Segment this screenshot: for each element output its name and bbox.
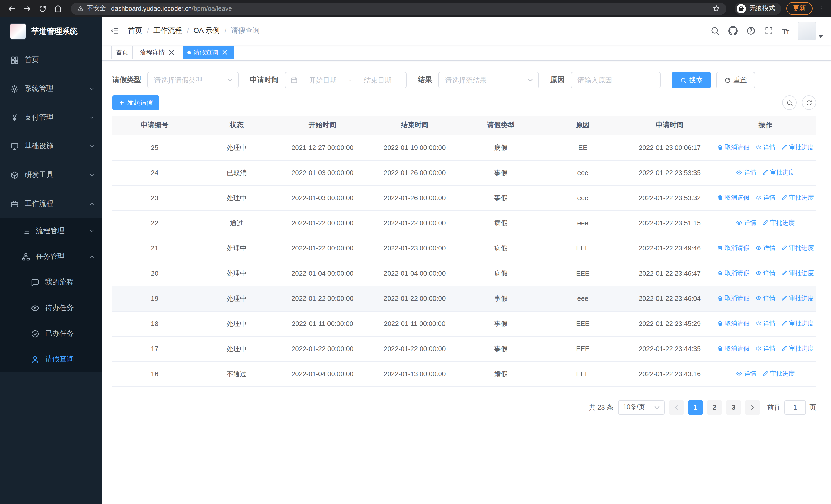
detail-link[interactable]: 详情 xyxy=(755,345,776,353)
cancel-leave-link[interactable]: 取消请假 xyxy=(717,143,749,152)
result-select[interactable] xyxy=(438,72,539,88)
prev-page-button[interactable] xyxy=(669,400,684,414)
detail-link[interactable]: 详情 xyxy=(755,244,776,253)
eye-icon xyxy=(736,371,742,377)
cell-start: 2022-01-04 00:00:00 xyxy=(277,361,369,386)
result-select-input[interactable] xyxy=(445,76,525,84)
detail-link[interactable]: 详情 xyxy=(755,143,776,152)
detail-link[interactable]: 详情 xyxy=(755,294,776,303)
approval-progress-link[interactable]: 审批进度 xyxy=(762,369,795,378)
fullscreen-icon[interactable] xyxy=(764,26,773,35)
search-icon[interactable] xyxy=(710,26,719,35)
sidebar-item-done-task[interactable]: 已办任务 xyxy=(0,321,102,347)
table-row: 20 处理中 2022-01-04 00:00:00 2022-01-04 00… xyxy=(112,261,816,286)
cell-type: 病假 xyxy=(461,261,541,286)
reason-input[interactable] xyxy=(577,76,654,84)
breadcrumb-home[interactable]: 首页 xyxy=(128,26,142,35)
infrastructure-icon xyxy=(10,142,19,151)
caret-down-icon xyxy=(819,35,823,38)
browser-toolbar: 不安全 dashboard.yudao.iocoder.cn /bpm/oa/l… xyxy=(0,0,831,17)
screen: 不安全 dashboard.yudao.iocoder.cn /bpm/oa/l… xyxy=(0,0,831,504)
update-chip[interactable]: 更新 xyxy=(786,2,812,15)
detail-link[interactable]: 详情 xyxy=(755,319,776,328)
search-button[interactable]: 搜索 xyxy=(672,72,711,88)
breadcrumb-workflow[interactable]: 工作流程 xyxy=(153,26,182,35)
detail-link[interactable]: 详情 xyxy=(736,168,756,177)
cancel-leave-link[interactable]: 取消请假 xyxy=(717,194,749,202)
refresh-table-button[interactable] xyxy=(802,95,816,110)
reset-button[interactable]: 重置 xyxy=(716,72,755,88)
github-icon[interactable] xyxy=(728,26,737,35)
user-menu[interactable] xyxy=(798,22,823,40)
approval-progress-link[interactable]: 审批进度 xyxy=(781,143,814,152)
sidebar-item-workflow[interactable]: 工作流程 xyxy=(0,189,102,218)
approval-progress-link[interactable]: 审批进度 xyxy=(781,294,814,303)
cancel-leave-link[interactable]: 取消请假 xyxy=(717,294,749,303)
page-button-3[interactable]: 3 xyxy=(726,400,741,414)
page-button-2[interactable]: 2 xyxy=(707,400,722,414)
sidebar-item-devtools[interactable]: 研发工具 xyxy=(0,161,102,189)
cell-id: 23 xyxy=(112,185,197,210)
detail-link[interactable]: 详情 xyxy=(736,219,756,227)
tab-process-detail[interactable]: 流程详情 xyxy=(136,46,180,59)
sidebar-item-my-process[interactable]: 我的流程 xyxy=(0,269,102,295)
cell-reason: EE xyxy=(541,135,625,160)
sidebar-item-process-management[interactable]: 流程管理 xyxy=(0,218,102,244)
close-icon[interactable] xyxy=(167,48,175,56)
sidebar-collapse-icon[interactable] xyxy=(110,27,119,35)
sidebar-item-todo-task[interactable]: 待办任务 xyxy=(0,295,102,321)
detail-link[interactable]: 详情 xyxy=(755,194,776,202)
pen-icon xyxy=(781,270,787,276)
apply-time-range-picker[interactable]: - xyxy=(285,72,406,88)
tab-leave-query[interactable]: 请假查询 xyxy=(183,46,233,59)
eye-icon xyxy=(755,270,762,276)
breadcrumb-oa-example[interactable]: OA 示例 xyxy=(194,26,220,35)
font-size-icon[interactable]: TT xyxy=(782,26,789,35)
sidebar-item-task-management[interactable]: 任务管理 xyxy=(0,244,102,269)
search-icon xyxy=(680,77,687,83)
cancel-leave-link[interactable]: 取消请假 xyxy=(717,345,749,353)
approval-progress-link[interactable]: 审批进度 xyxy=(762,168,795,177)
end-date-input[interactable] xyxy=(355,76,401,84)
browser-menu-icon[interactable] xyxy=(818,4,826,12)
bookmark-star-icon[interactable] xyxy=(712,5,720,12)
goto-page-input[interactable] xyxy=(784,400,806,414)
sidebar-item-infrastructure[interactable]: 基础设施 xyxy=(0,132,102,161)
tags-view-bar: 首页 流程详情 请假查询 xyxy=(102,45,831,61)
back-button[interactable] xyxy=(5,2,19,15)
page-button-1[interactable]: 1 xyxy=(688,400,703,414)
table-header-row: 申请编号 状态 开始时间 结束时间 请假类型 原因 申请时间 操作 xyxy=(112,116,816,135)
cell-id: 16 xyxy=(112,361,197,386)
approval-progress-link[interactable]: 审批进度 xyxy=(781,194,814,202)
approval-progress-link[interactable]: 审批进度 xyxy=(781,244,814,253)
page-size-select[interactable]: 10条/页 xyxy=(618,400,665,414)
start-date-input[interactable] xyxy=(300,76,346,84)
approval-progress-link[interactable]: 审批进度 xyxy=(781,319,814,328)
sidebar-item-home[interactable]: 首页 xyxy=(0,46,102,75)
next-page-button[interactable] xyxy=(745,400,760,414)
create-leave-button[interactable]: 发起请假 xyxy=(112,95,159,110)
leave-type-select-input[interactable] xyxy=(154,76,225,84)
approval-progress-link[interactable]: 审批进度 xyxy=(781,345,814,353)
task-management-icon xyxy=(22,252,30,261)
leave-type-select[interactable] xyxy=(147,72,239,88)
detail-link[interactable]: 详情 xyxy=(736,369,756,378)
sidebar-item-system[interactable]: 系统管理 xyxy=(0,75,102,103)
approval-progress-link[interactable]: 审批进度 xyxy=(781,269,814,278)
detail-link[interactable]: 详情 xyxy=(755,269,776,278)
cancel-leave-link[interactable]: 取消请假 xyxy=(717,269,749,278)
cancel-leave-link[interactable]: 取消请假 xyxy=(717,244,749,253)
help-icon[interactable] xyxy=(746,26,755,35)
sidebar-item-leave-query[interactable]: 请假查询 xyxy=(0,347,102,372)
sidebar-item-payment[interactable]: 支付管理 xyxy=(0,103,102,132)
forward-button[interactable] xyxy=(21,2,34,15)
toggle-search-button[interactable] xyxy=(782,95,797,110)
tab-home[interactable]: 首页 xyxy=(111,46,133,59)
close-icon[interactable] xyxy=(221,48,229,56)
approval-progress-link[interactable]: 审批进度 xyxy=(762,219,795,227)
address-bar[interactable]: 不安全 dashboard.yudao.iocoder.cn /bpm/oa/l… xyxy=(71,2,726,14)
home-button[interactable] xyxy=(51,2,65,15)
reload-button[interactable] xyxy=(36,2,49,15)
cancel-leave-link[interactable]: 取消请假 xyxy=(717,319,749,328)
leave-query-icon xyxy=(31,355,39,364)
